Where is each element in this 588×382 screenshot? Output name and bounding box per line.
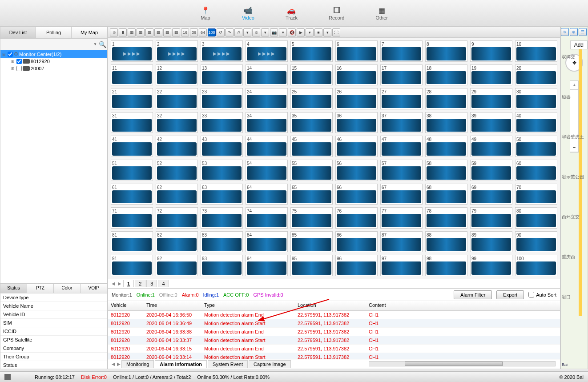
video-cell-46[interactable]: 46: [335, 136, 378, 157]
video-cell-41[interactable]: 41: [111, 136, 153, 157]
subtab-alarm-information[interactable]: Alarm Information: [155, 360, 207, 368]
nav-video[interactable]: 📹Video: [242, 6, 254, 20]
video-cell-45[interactable]: 45: [290, 136, 333, 157]
toolbar-btn-8[interactable]: 16: [181, 28, 189, 36]
alarm-row[interactable]: 80129202020-06-04 16:33:37Motion detecti…: [108, 336, 560, 345]
video-cell-70[interactable]: 70: [515, 184, 557, 205]
video-cell-53[interactable]: 53: [201, 160, 243, 181]
video-cell-74[interactable]: 74: [246, 207, 288, 229]
toolbar-btn-15[interactable]: ▾: [243, 28, 251, 36]
device-checkbox[interactable]: [16, 59, 22, 64]
device-checkbox[interactable]: [16, 66, 22, 71]
maptool-0[interactable]: ↻: [561, 28, 569, 36]
video-cell-28[interactable]: 28: [425, 88, 467, 109]
toolbar-btn-10[interactable]: 64: [199, 28, 207, 36]
tree-device-8012920[interactable]: ⊞ 8012920: [0, 58, 107, 65]
video-cell-84[interactable]: 84: [246, 231, 288, 253]
toolbar-btn-9[interactable]: 36: [190, 28, 198, 36]
video-cell-64[interactable]: 64: [246, 184, 288, 205]
video-cell-37[interactable]: 37: [380, 112, 423, 133]
video-cell-39[interactable]: 39: [470, 112, 512, 133]
alarm-row[interactable]: 80129202020-06-04 16:33:14Motion detecti…: [108, 353, 560, 359]
video-cell-99[interactable]: 99: [470, 255, 512, 276]
video-cell-94[interactable]: 94: [246, 255, 288, 276]
video-cell-2[interactable]: 2: [156, 40, 198, 62]
video-cell-81[interactable]: 81: [111, 231, 153, 253]
video-cell-12[interactable]: 12: [156, 64, 198, 86]
video-cell-9[interactable]: 9: [470, 40, 512, 62]
video-cell-96[interactable]: 96: [335, 255, 378, 276]
toolbar-btn-17[interactable]: ▾: [261, 28, 269, 36]
video-cell-20[interactable]: 20: [515, 64, 557, 86]
sidetab-my-map[interactable]: My Map: [72, 27, 107, 38]
alarm-row[interactable]: 80129202020-06-04 16:36:49Motion detecti…: [108, 319, 560, 328]
video-cell-11[interactable]: 11: [111, 64, 153, 86]
toolbar-btn-16[interactable]: ⎚: [252, 28, 260, 36]
page-tab-2[interactable]: 2: [135, 280, 145, 287]
video-cell-88[interactable]: 88: [425, 231, 467, 253]
video-cell-17[interactable]: 17: [380, 64, 423, 86]
statustab-status[interactable]: Status: [0, 284, 27, 293]
subtab-system-event[interactable]: System Event: [208, 360, 248, 368]
video-cell-10[interactable]: 10: [515, 40, 557, 62]
video-cell-6[interactable]: 6: [335, 40, 378, 62]
toolbar-btn-13[interactable]: ↷: [226, 28, 234, 36]
video-cell-35[interactable]: 35: [290, 112, 333, 133]
search-dropdown-icon[interactable]: ▼: [92, 42, 99, 46]
toolbar-btn-2[interactable]: ▦: [128, 28, 136, 36]
video-cell-66[interactable]: 66: [335, 184, 378, 205]
video-cell-48[interactable]: 48: [425, 136, 467, 157]
toolbar-btn-11[interactable]: 100: [208, 28, 216, 36]
video-cell-7[interactable]: 7: [380, 40, 423, 62]
toolbar-btn-6[interactable]: ▦: [163, 28, 171, 36]
alarm-filter-button[interactable]: Alarm Filter: [454, 290, 492, 299]
video-cell-16[interactable]: 16: [335, 64, 378, 86]
video-cell-57[interactable]: 57: [380, 160, 423, 181]
video-cell-32[interactable]: 32: [156, 112, 198, 133]
toolbar-btn-12[interactable]: ↺: [217, 28, 225, 36]
video-cell-5[interactable]: 5: [290, 40, 333, 62]
video-cell-8[interactable]: 8: [425, 40, 467, 62]
video-cell-34[interactable]: 34: [246, 112, 288, 133]
maptool-2[interactable]: ☰: [579, 28, 587, 36]
video-cell-83[interactable]: 83: [201, 231, 243, 253]
video-cell-75[interactable]: 75: [290, 207, 333, 229]
video-cell-30[interactable]: 30: [515, 88, 557, 109]
video-cell-78[interactable]: 78: [425, 207, 467, 229]
statustab-voip[interactable]: VOIP: [81, 284, 107, 293]
maptool-1[interactable]: ⊕: [570, 28, 578, 36]
nav-other[interactable]: ▦Other: [375, 6, 388, 20]
video-cell-3[interactable]: 3: [201, 40, 243, 62]
video-cell-67[interactable]: 67: [380, 184, 423, 205]
toolbar-btn-7[interactable]: ▦: [172, 28, 180, 36]
video-cell-59[interactable]: 59: [470, 160, 512, 181]
toolbar-btn-25[interactable]: ⛶: [332, 28, 340, 36]
page-tab-4[interactable]: 4: [158, 280, 169, 287]
root-checkbox[interactable]: [8, 52, 13, 57]
video-cell-24[interactable]: 24: [246, 88, 288, 109]
video-cell-14[interactable]: 14: [246, 64, 288, 86]
video-cell-90[interactable]: 90: [515, 231, 557, 253]
video-cell-97[interactable]: 97: [380, 255, 423, 276]
video-cell-44[interactable]: 44: [246, 136, 288, 157]
toolbar-btn-24[interactable]: ▾: [323, 28, 331, 36]
horizontal-scrollbar[interactable]: [369, 361, 556, 366]
video-cell-55[interactable]: 55: [290, 160, 333, 181]
video-cell-92[interactable]: 92: [156, 255, 198, 276]
video-cell-62[interactable]: 62: [156, 184, 198, 205]
statustab-color[interactable]: Color: [54, 284, 81, 293]
video-cell-73[interactable]: 73: [201, 207, 243, 229]
video-cell-26[interactable]: 26: [335, 88, 378, 109]
toolbar-btn-19[interactable]: ▾: [279, 28, 287, 36]
nav-record[interactable]: 🎞Record: [329, 6, 344, 20]
video-cell-19[interactable]: 19: [470, 64, 512, 86]
video-cell-47[interactable]: 47: [380, 136, 423, 157]
nav-track[interactable]: 🚗Track: [286, 6, 298, 20]
video-cell-87[interactable]: 87: [380, 231, 423, 253]
video-cell-38[interactable]: 38: [425, 112, 467, 133]
map-panel[interactable]: ↻⊕☰ Add ✥ + − 双碑交磁器华岩壁虎王岩示范公园西环立交重庆西岩口 B…: [560, 27, 588, 369]
alarm-row[interactable]: 80129202020-06-04 16:33:15Motion detecti…: [108, 345, 560, 353]
toolbar-btn-20[interactable]: 🔇: [288, 28, 296, 36]
video-cell-52[interactable]: 52: [156, 160, 198, 181]
video-cell-23[interactable]: 23: [201, 88, 243, 109]
